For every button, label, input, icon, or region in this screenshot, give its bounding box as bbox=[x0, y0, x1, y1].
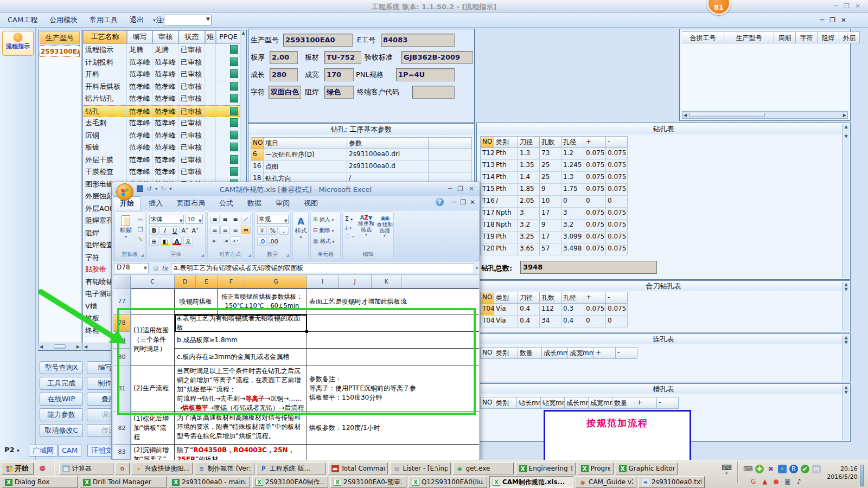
column-header[interactable]: NO bbox=[480, 397, 494, 409]
menu-item-1[interactable]: CAM工程 bbox=[8, 15, 37, 25]
bottom-tab-2[interactable]: CAM bbox=[58, 445, 81, 457]
process-row[interactable]: 沉铜范孝峰范孝峰已审核 bbox=[83, 130, 246, 142]
process-row[interactable]: 干膜检查范孝峰范孝峰已审核 bbox=[83, 166, 246, 178]
taskbar-button[interactable]: ▦计算器 bbox=[59, 463, 113, 474]
drill-total-field[interactable]: 3948 bbox=[520, 261, 657, 274]
column-header[interactable]: 成宽mm bbox=[589, 397, 612, 409]
drill-vscrollbar[interactable]: ▲▼ bbox=[843, 124, 849, 278]
column-header[interactable]: 孔数 bbox=[540, 292, 561, 304]
taskbar-button[interactable]: XGraphic Editor 9... bbox=[616, 463, 678, 474]
merge-hscrollbar[interactable]: ◀▶ bbox=[682, 111, 848, 119]
column-header[interactable] bbox=[429, 137, 472, 149]
minimize-icon[interactable]: ─ bbox=[452, 198, 456, 206]
column-header[interactable]: 钻长mm bbox=[517, 397, 541, 409]
show-desktop-button[interactable] bbox=[860, 465, 864, 486]
pnl-field[interactable]: 1P=4U bbox=[396, 68, 455, 81]
ribbon-tab-5[interactable]: 数据 bbox=[241, 197, 268, 210]
wrap-text-icon[interactable]: ↩ bbox=[231, 236, 240, 245]
ribbon-tab-7[interactable]: 视图 bbox=[297, 197, 324, 210]
sort-filter-button[interactable]: AZ▼ 排序和筛选 ▾ bbox=[357, 215, 375, 237]
process-row[interactable]: 开料后烘板范孝峰范孝峰已审核 bbox=[83, 81, 246, 93]
font-name-combo[interactable]: 宋体▼ bbox=[149, 215, 184, 224]
action-button-1[interactable]: 型号查询X bbox=[40, 361, 83, 374]
italic-button[interactable]: I bbox=[159, 226, 169, 235]
styles-button[interactable]: A 样式 ▾ bbox=[293, 216, 308, 240]
cell-D82[interactable]: 为了满足高速板材和高频板材对信号传输和环境的要求，附表“特殊板材清单”中的板材型… bbox=[175, 412, 307, 445]
minimize-icon[interactable]: ─ bbox=[834, 2, 838, 10]
ribbon-tab-2[interactable]: 插入 bbox=[142, 197, 169, 210]
close-icon[interactable]: ✕ bbox=[855, 2, 860, 10]
taskbar-button[interactable]: XCAM制作规范.xls... bbox=[489, 476, 573, 488]
cut-icon[interactable]: ✂ bbox=[136, 215, 145, 224]
column-header[interactable]: 类别 bbox=[494, 292, 518, 304]
red-triangle-icon[interactable]: ▲ bbox=[761, 477, 769, 486]
scroll-right-icon[interactable]: ▶ bbox=[843, 113, 846, 118]
standard-field[interactable]: GJB362B-2009 bbox=[401, 51, 473, 64]
close-icon[interactable]: ✕ bbox=[841, 16, 846, 24]
table-row[interactable]: T19Pth3.25173.0990.0750.075 bbox=[480, 232, 628, 243]
column-header[interactable]: 字符 bbox=[796, 31, 818, 43]
cell-C82[interactable]: (1)棕化后增加“烘板”流程 bbox=[131, 412, 175, 445]
merge-list-body[interactable] bbox=[682, 43, 848, 110]
column-header[interactable]: NO bbox=[480, 347, 494, 359]
align-middle-icon[interactable]: ≡ bbox=[220, 215, 230, 223]
dialog-launcher-icon[interactable]: ◢ bbox=[286, 253, 289, 258]
table-row[interactable]: T16/2.0510000 bbox=[480, 196, 628, 208]
column-header[interactable]: 生产型号 bbox=[724, 31, 774, 43]
mask-field[interactable]: 绿色 bbox=[324, 86, 354, 99]
table-row[interactable]: 6一次钻孔程序(D)2s93100ea0.drl bbox=[251, 149, 472, 161]
table-row[interactable]: T17Npth31730.0750.075 bbox=[480, 208, 628, 220]
table-row[interactable]: 16点图2s93100ea0.d bbox=[251, 161, 472, 173]
menu-item-3[interactable]: 常用工具 bbox=[90, 15, 118, 25]
column-header-I[interactable]: I bbox=[307, 275, 339, 288]
taskbar-button[interactable]: XProgress bbox=[578, 463, 614, 474]
close-icon[interactable]: ✕ bbox=[469, 185, 474, 192]
restore-icon[interactable]: ❐ bbox=[844, 2, 850, 10]
column-header[interactable]: 钻宽mm bbox=[541, 397, 565, 409]
ribbon-tab-3[interactable]: 页面布局 bbox=[170, 197, 212, 210]
column-header[interactable]: 审核 bbox=[152, 30, 178, 44]
dialog-launcher-icon[interactable]: ◢ bbox=[248, 253, 251, 258]
taskbar-button[interactable]: XQ12S93100EA0(liu... bbox=[409, 476, 487, 488]
page-selector[interactable]: P2 ▾ bbox=[4, 446, 20, 454]
red-circle-icon[interactable]: ● bbox=[772, 477, 781, 486]
column-header[interactable]: 孔径 bbox=[561, 292, 584, 304]
slot-hole-vscrollbar[interactable]: ▲▼ bbox=[843, 385, 849, 440]
column-header[interactable]: NO bbox=[480, 136, 494, 148]
comma-icon[interactable]: , bbox=[279, 226, 289, 235]
column-header[interactable]: 工艺名称 bbox=[83, 30, 127, 44]
red-g-icon[interactable]: G bbox=[749, 477, 758, 486]
taskbar-button[interactable]: ▬Total Command... bbox=[328, 463, 388, 474]
align-right-icon[interactable]: ≡ bbox=[231, 226, 240, 234]
volume-icon[interactable]: ♪ bbox=[795, 477, 803, 486]
orientation-icon[interactable]: ⟋ bbox=[241, 215, 251, 223]
column-header[interactable]: 编写 bbox=[127, 30, 152, 44]
keyboard-icon[interactable]: ⌨ bbox=[744, 465, 752, 473]
table-row[interactable]: T14Pth1.4251.30.0750.075 bbox=[480, 172, 628, 184]
column-header[interactable]: 项目 bbox=[264, 137, 347, 149]
restore-icon[interactable]: ❐ bbox=[829, 16, 835, 24]
shield-icon[interactable]: ✔ bbox=[801, 465, 809, 473]
cell-I83[interactable] bbox=[307, 445, 479, 460]
model-value[interactable]: 2S93100EA0 bbox=[40, 45, 80, 57]
name-box[interactable]: D78▼ bbox=[114, 263, 149, 273]
fill-icon[interactable]: ⤓ ▾ bbox=[345, 224, 354, 231]
row-header-83[interactable]: 83 bbox=[113, 445, 131, 460]
delete-cells-button[interactable]: ⊟ 删除 ▾ bbox=[313, 227, 334, 234]
process-row[interactable]: 铝片钻孔范孝峰范孝峰已审核 bbox=[83, 93, 246, 105]
action-button-2[interactable]: 工具完成 bbox=[40, 377, 83, 390]
merge-center-icon[interactable]: ⇔ bbox=[241, 226, 251, 234]
column-header[interactable]: 数量 bbox=[612, 397, 635, 409]
menu-dropdown-icon[interactable]: ▾ bbox=[153, 17, 156, 23]
align-left-icon[interactable]: ≡ bbox=[210, 226, 220, 234]
column-header-E[interactable]: E bbox=[196, 275, 218, 288]
column-header[interactable]: 孔径 bbox=[561, 136, 584, 148]
cell-I82[interactable]: 烘板参数：120度/1小时 bbox=[307, 412, 479, 445]
taskbar-button[interactable]: ✿ bbox=[116, 463, 130, 474]
taskbar-button[interactable]: X2S93100EA0-预审... bbox=[330, 476, 406, 488]
expand-tray-icon[interactable]: » bbox=[723, 471, 730, 481]
fill-color-icon[interactable]: ◧ bbox=[161, 237, 170, 246]
taskbar-button[interactable]: X2s93100ea0 - main... bbox=[169, 476, 250, 488]
column-header[interactable]: - bbox=[657, 397, 679, 409]
taskbar-button[interactable]: XEngineering To... bbox=[516, 463, 576, 474]
